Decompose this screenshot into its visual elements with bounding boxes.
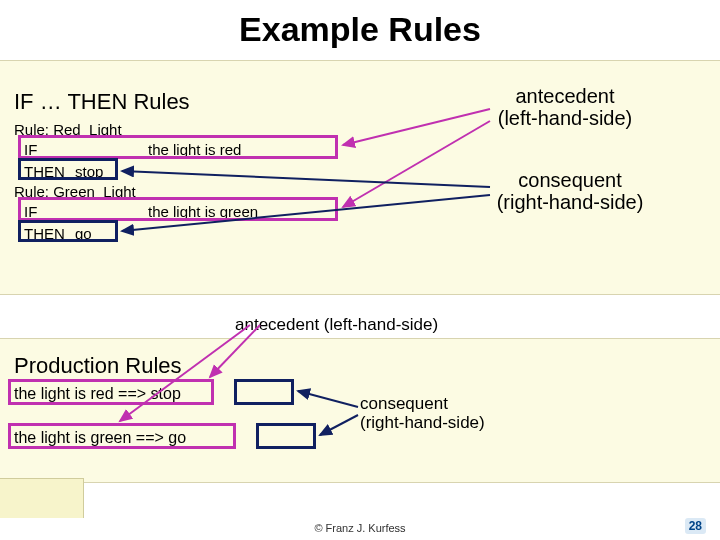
svg-line-6 [298,391,358,407]
slide-number: 28 [685,518,706,534]
footer: © Franz J. Kurfess 28 [0,522,720,534]
highlight-box-antecedent-2 [18,197,338,221]
svg-line-1 [343,121,490,207]
highlight-box-prod-lhs-1 [8,379,214,405]
heading-production: Production Rules [14,353,182,379]
annotation-consequent-l2: (right-hand-side) [497,191,644,213]
slide-title: Example Rules [0,0,720,57]
highlight-box-consequent-1 [18,158,118,180]
annotation-antecedent-2: antecedent (left-hand-side) [235,315,438,335]
annotation-antecedent: antecedent (left-hand-side) [475,85,655,129]
svg-line-2 [122,171,490,187]
copyright: © Franz J. Kurfess [0,522,720,534]
annotation-consequent-l1: consequent [518,169,621,191]
highlight-box-prod-lhs-2 [8,423,236,449]
annotation-antecedent-l1: antecedent [516,85,615,107]
panel-production: antecedent (left-hand-side) Production R… [0,338,720,483]
panel-if-then: IF … THEN Rules Rule: Red_Light IF the l… [0,60,720,295]
annotation-antecedent-l2: (left-hand-side) [498,107,633,129]
svg-line-0 [343,109,490,145]
annotation-consequent: consequent (right-hand-side) [475,169,665,213]
corner-decoration [0,478,84,518]
highlight-box-consequent-2 [18,220,118,242]
annotation-consequent-2-l1: consequent [360,394,448,413]
heading-if-then: IF … THEN Rules [14,89,190,115]
highlight-box-antecedent-1 [18,135,338,159]
highlight-box-prod-rhs-1 [234,379,294,405]
svg-line-7 [320,415,358,435]
highlight-box-prod-rhs-2 [256,423,316,449]
annotation-consequent-2: consequent (right-hand-side) [360,395,485,432]
annotation-consequent-2-l2: (right-hand-side) [360,413,485,432]
